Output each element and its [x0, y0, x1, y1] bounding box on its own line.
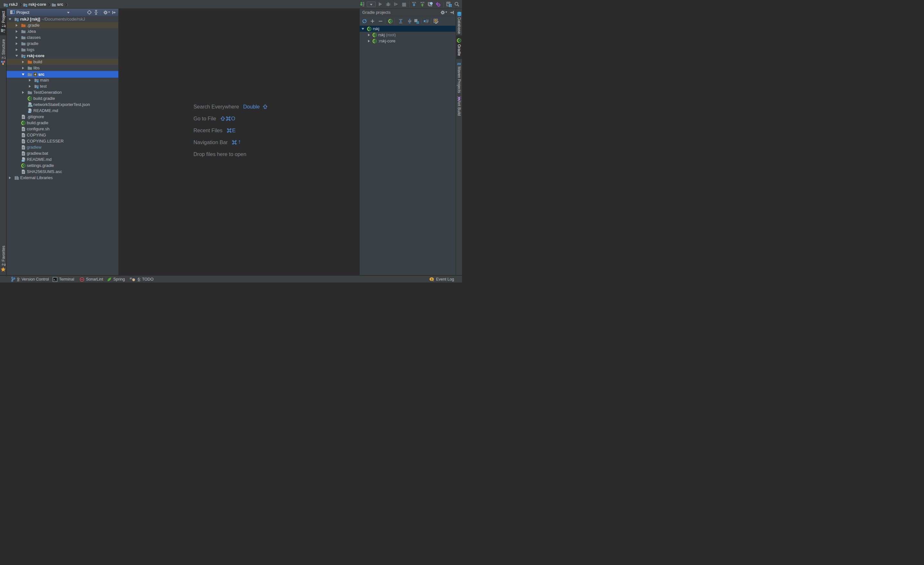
svg-text:m: m: [457, 61, 461, 66]
svg-text:MD: MD: [28, 111, 31, 113]
svg-text:01: 01: [363, 5, 364, 7]
svg-text:1: 1: [431, 277, 432, 281]
svg-text:VCS: VCS: [420, 2, 424, 3]
svg-text:>_: >_: [54, 278, 57, 281]
svg-text:MD: MD: [22, 159, 24, 161]
svg-text:JSON: JSON: [28, 105, 32, 107]
svg-text:VCS: VCS: [412, 2, 416, 3]
